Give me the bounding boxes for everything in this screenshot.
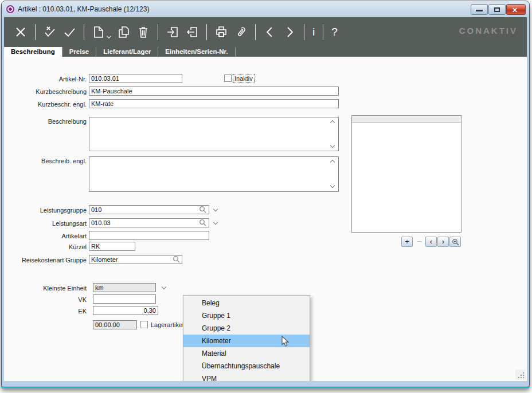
kleinste-einheit-input[interactable]	[93, 283, 156, 292]
beschreib-engl-label: Beschreib. engl.	[6, 158, 87, 164]
kuerzel-input[interactable]	[89, 242, 135, 251]
accept-icon[interactable]	[62, 25, 76, 39]
image-add-button[interactable]: +	[401, 237, 413, 247]
close-button[interactable]: ✕	[506, 4, 526, 15]
print-icon[interactable]	[214, 25, 228, 39]
next-record-icon[interactable]	[283, 25, 296, 39]
form-beschreibung: Artikel-Nr. Inaktiv Kurzbeschreibung Kur…	[4, 57, 527, 381]
vk-input[interactable]	[93, 294, 156, 304]
info-icon[interactable]: i	[312, 25, 315, 39]
inaktiv-label[interactable]: Inaktiv	[233, 74, 254, 82]
artikelart-input[interactable]	[89, 231, 209, 240]
menu-item-material[interactable]: Material	[183, 347, 310, 360]
kurzbeschreibung-input[interactable]	[89, 87, 339, 96]
inaktiv-checkbox[interactable]	[224, 74, 232, 82]
accept-all-icon[interactable]	[43, 25, 57, 39]
minimize-button[interactable]	[471, 4, 488, 15]
image-panel-buttons: + − ‹ ›	[401, 237, 461, 247]
image-zoom-button[interactable]	[449, 237, 461, 247]
menu-item-vpm[interactable]: VPM	[183, 372, 310, 381]
kurzbeschr-engl-input[interactable]	[89, 99, 339, 108]
reisekostenart-gruppe-label: Reisekostenart Gruppe	[6, 257, 87, 264]
menu-item-kilometer[interactable]: Kilometer	[183, 335, 310, 347]
image-next-button[interactable]: ›	[437, 237, 449, 247]
menu-item-uebernachtungspauschale[interactable]: Übernachtungspauschale	[183, 360, 310, 372]
tab-beschreibung[interactable]: Beschreibung	[4, 47, 62, 57]
app-window: Artikel : 010.03.01, KM-Pauschale (12/12…	[1, 1, 530, 387]
toolbar-separator	[255, 24, 256, 40]
reisekostenart-dropdown-menu: Beleg Gruppe 1 Gruppe 2 Kilometer Materi…	[183, 295, 310, 381]
ek-input[interactable]	[93, 306, 158, 315]
menu-item-beleg[interactable]: Beleg	[183, 297, 310, 309]
leistungsart-lookup-icon[interactable]	[199, 219, 206, 226]
menu-item-gruppe-1[interactable]: Gruppe 1	[183, 309, 310, 322]
beschreibung-label: Beschreibung	[6, 118, 87, 125]
titlebar[interactable]: Artikel : 010.03.01, KM-Pauschale (12/12…	[2, 1, 529, 17]
leistungsgruppe-label: Leistungsgruppe	[6, 207, 87, 214]
toolbar-separator	[158, 24, 158, 40]
toolbar-separator	[35, 24, 36, 40]
close-record-icon[interactable]	[14, 25, 28, 39]
resize-grip[interactable]	[515, 370, 526, 380]
kleinste-einheit-label: Kleinste Einheit	[6, 285, 87, 292]
kurzbeschreibung-label: Kurzbeschreibung	[6, 88, 87, 95]
leistungsart-dropdown-icon[interactable]	[213, 220, 218, 225]
lagerartikel-label: Lagerartikel	[151, 321, 183, 328]
datum-input[interactable]	[93, 320, 137, 329]
artikel-nr-label: Artikel-Nr.	[6, 76, 87, 82]
image-placeholder	[351, 115, 461, 233]
maximize-icon	[494, 7, 500, 12]
beschreibung-textarea[interactable]	[89, 117, 339, 151]
reisekostenart-gruppe-lookup-icon[interactable]	[173, 256, 180, 263]
kurzbeschr-engl-label: Kurzbeschr. engl.	[6, 101, 87, 108]
tab-einheiten-serien-nr[interactable]: Einheiten/Serien-Nr.	[158, 47, 235, 57]
image-remove-button[interactable]: −	[413, 237, 425, 247]
toolbar: i ? conaktiv	[4, 17, 527, 47]
artikel-nr-input[interactable]	[89, 74, 182, 83]
tab-lieferant-lager[interactable]: Lieferant/Lager	[96, 47, 158, 57]
zoom-plus-icon	[452, 238, 459, 246]
leistungsgruppe-lookup-icon[interactable]	[199, 206, 206, 213]
beschreib-engl-textarea[interactable]	[89, 156, 339, 192]
previous-record-icon[interactable]	[263, 25, 277, 39]
maximize-button[interactable]	[488, 4, 506, 15]
duplicate-icon[interactable]	[117, 25, 131, 39]
toolbar-separator	[206, 24, 207, 40]
ek-label: EK	[6, 308, 87, 315]
leistungsart-label: Leistungsart	[6, 220, 87, 227]
leistungsgruppe-dropdown-icon[interactable]	[213, 207, 218, 211]
export-icon[interactable]	[185, 25, 199, 39]
tabstrip: Beschreibung Preise Lieferant/Lager Einh…	[4, 47, 527, 57]
reisekostenart-gruppe-input[interactable]	[89, 255, 182, 264]
new-record-dropdown-icon[interactable]	[107, 34, 111, 38]
image-prev-button[interactable]: ‹	[425, 237, 437, 247]
window-title: Artikel : 010.03.01, KM-Pauschale (12/12…	[18, 5, 149, 13]
kleinste-einheit-dropdown-icon[interactable]	[162, 285, 166, 289]
import-icon[interactable]	[166, 25, 179, 39]
image-placeholder-header	[352, 116, 461, 123]
help-icon[interactable]: ?	[331, 25, 338, 39]
leistungsart-input[interactable]	[89, 218, 209, 227]
delete-icon[interactable]	[136, 25, 150, 39]
tab-preise[interactable]: Preise	[62, 47, 97, 57]
resize-grip-icon	[518, 372, 525, 379]
menu-item-gruppe-2[interactable]: Gruppe 2	[183, 322, 310, 335]
new-record-icon[interactable]	[92, 25, 105, 39]
leistungsgruppe-input[interactable]	[89, 205, 209, 214]
close-icon: ✕	[512, 6, 518, 14]
attachment-icon[interactable]	[234, 25, 248, 39]
screen: Artikel : 010.03.01, KM-Pauschale (12/12…	[0, 0, 532, 393]
app-icon	[6, 5, 14, 13]
toolbar-separator	[304, 24, 304, 40]
artikelart-label: Artikelart	[6, 233, 87, 239]
conaktiv-logo: conaktiv	[459, 26, 518, 36]
vk-label: VK	[6, 296, 87, 303]
app-body: i ? conaktiv Beschreibung Preise Liefera…	[4, 17, 527, 381]
minimize-icon	[476, 10, 483, 11]
toolbar-separator	[323, 24, 323, 40]
toolbar-separator	[84, 24, 84, 40]
lagerartikel-checkbox[interactable]	[140, 321, 148, 328]
kuerzel-label: Kürzel	[6, 243, 87, 250]
